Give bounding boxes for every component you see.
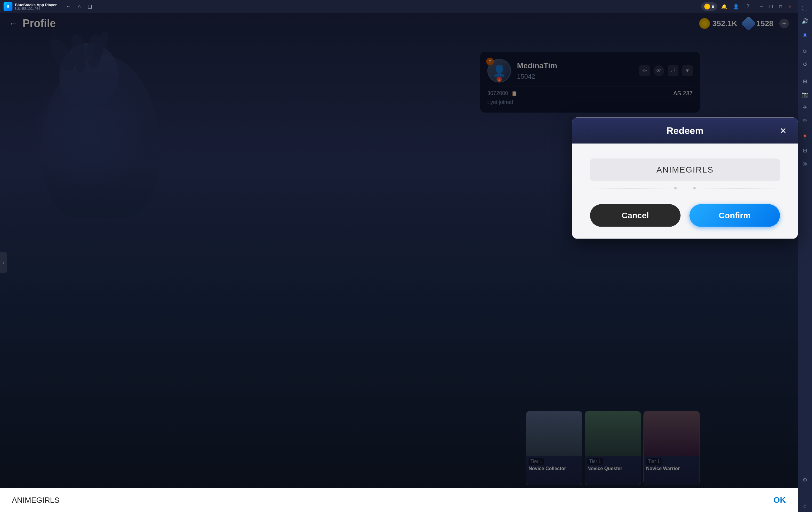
location-icon[interactable]: 📍 [799,132,811,143]
window-mode-icon[interactable]: ▣ [799,28,811,41]
topbar-right: 0 🔔 👤 ? ─ ❐ □ ✕ [701,2,794,11]
back-sidebar-icon[interactable]: ← [799,487,811,499]
multi-instance-button[interactable]: ❑ [85,2,95,11]
close-button[interactable]: ✕ [786,2,794,11]
screenshot-icon[interactable]: 📷 [799,88,811,100]
app-name-area: BlueStacks App Player 5.21.656.1001.P64 [15,3,57,10]
divider-dot-right [693,187,696,189]
maximize-button[interactable]: ❐ [767,2,775,11]
coin-count: 0 [712,4,714,9]
coin-icon [704,4,710,9]
redeem-dialog: Redeem ✕ Cancel Confirm [572,117,798,239]
ok-button[interactable]: OK [774,495,786,505]
window-controls: ─ ❐ □ ✕ [757,2,794,11]
redeem-code-input[interactable] [590,159,780,181]
app-version: 5.21.656.1001.P64 [15,7,57,10]
radar-icon[interactable]: ◎ [799,158,811,169]
confirm-button[interactable]: Confirm [690,204,780,227]
right-sidebar: ⛶ 🔊 ▣ ⟳ ↺ ⊞ 📷 ✈ ✏ 📍 ⊟ ◎ ⚙ ← ⌂ [798,0,812,512]
back-button[interactable]: ← [64,2,73,11]
dialog-header: Redeem ✕ [572,117,798,144]
refresh-icon[interactable]: ↺ [799,58,811,71]
bottom-bar: ANIMEGIRLS OK [0,488,798,512]
account-button[interactable]: 👤 [731,2,741,11]
dialog-footer: Cancel Confirm [572,201,798,239]
divider-dot-left [674,187,677,189]
sidebar-divider-1 [801,43,809,43]
rotate-icon[interactable]: ⟳ [799,46,811,57]
fullscreen-icon[interactable]: ⛶ [799,2,811,14]
settings-icon[interactable]: ⚙ [799,474,811,486]
cancel-button[interactable]: Cancel [590,204,680,227]
flight-icon[interactable]: ✈ [799,102,811,113]
divider-line-right [698,188,780,188]
app-name: BlueStacks App Player [15,3,57,7]
dialog-divider [590,181,780,192]
layers-icon[interactable]: ⊟ [799,145,811,157]
bottom-input-text: ANIMEGIRLS [12,496,774,505]
dialog-close-button[interactable]: ✕ [777,125,789,137]
topbar: B BlueStacks App Player 5.21.656.1001.P6… [0,0,798,13]
home-sidebar-icon[interactable]: ⌂ [799,500,811,512]
dialog-body [572,144,798,201]
volume-icon[interactable]: 🔊 [799,16,811,27]
controller-icon[interactable]: ⊞ [799,76,811,87]
restore-button[interactable]: □ [776,2,785,11]
dialog-title: Redeem [593,125,777,136]
notification-button[interactable]: 🔔 [719,2,729,11]
help-button[interactable]: ? [743,2,753,11]
divider-line-left [590,188,672,188]
home-button[interactable]: ⌂ [75,2,84,11]
bluestacks-logo: B [4,2,12,11]
dialog-overlay [0,13,798,512]
minimize-button[interactable]: ─ [757,2,766,11]
topbar-nav: ← ⌂ ❑ [64,2,95,11]
coin-badge: 0 [701,2,717,11]
edit-icon[interactable]: ✏ [799,115,811,127]
sidebar-divider-3 [801,129,809,129]
